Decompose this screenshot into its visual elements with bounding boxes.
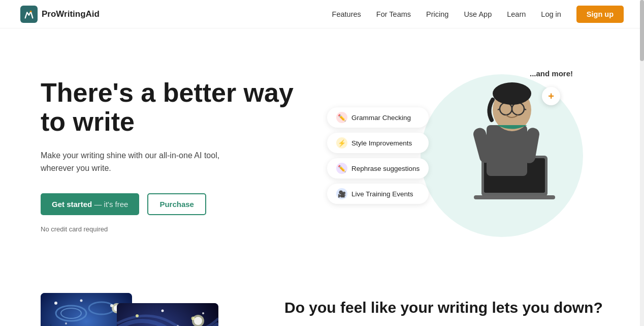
- section2: My idea in my head Do you feel like your…: [0, 273, 644, 326]
- svg-point-11: [493, 82, 531, 105]
- pill-training: 🎥 Live Training Events: [327, 184, 429, 204]
- rephrase-icon: ✏️: [336, 163, 347, 174]
- scrollbar-track[interactable]: [640, 0, 644, 326]
- hero-person-illustration: [441, 54, 563, 227]
- login-button[interactable]: Log in: [541, 10, 561, 18]
- nav-for-teams[interactable]: For Teams: [376, 10, 411, 18]
- navbar: ProWritingAid Features For Teams Pricing…: [0, 0, 644, 28]
- feature-pills: ✏️ Grammar Checking ⚡ Style Improvements…: [327, 107, 429, 204]
- svg-point-19: [80, 300, 83, 302]
- logo-icon: [20, 6, 38, 23]
- hero-buttons: Get started — it's free Purchase: [41, 193, 322, 215]
- section2-left: My idea in my head: [41, 293, 254, 326]
- logo-text: ProWritingAid: [42, 9, 100, 19]
- logo-link[interactable]: ProWritingAid: [20, 6, 100, 23]
- training-icon: 🎥: [336, 188, 347, 199]
- svg-point-0: [30, 10, 32, 12]
- svg-point-22: [65, 322, 67, 324]
- nav-learn[interactable]: Learn: [507, 10, 526, 18]
- get-started-button[interactable]: Get started — it's free: [41, 193, 139, 215]
- svg-point-30: [136, 314, 139, 317]
- style-icon: ⚡: [336, 137, 347, 149]
- plus-badge: +: [542, 87, 560, 105]
- svg-rect-3: [474, 195, 555, 199]
- svg-point-18: [54, 302, 57, 305]
- nav-links: Features For Teams Pricing Use App Learn…: [332, 6, 624, 23]
- pill-training-label: Live Training Events: [351, 190, 413, 198]
- painting-2: My idea in my head: [117, 303, 218, 326]
- svg-point-36: [194, 317, 202, 325]
- purchase-button[interactable]: Purchase: [147, 193, 206, 215]
- svg-rect-4: [487, 125, 527, 176]
- svg-point-31: [162, 310, 164, 312]
- section2-right: Do you feel like your writing lets you d…: [284, 293, 603, 326]
- hero-title: There's a better way to write: [41, 78, 322, 136]
- pill-grammar: ✏️ Grammar Checking: [327, 107, 429, 128]
- section2-title: Do you feel like your writing lets you d…: [284, 298, 603, 317]
- pill-grammar-label: Grammar Checking: [351, 114, 411, 122]
- hero-left: There's a better way to write Make your …: [41, 78, 322, 233]
- pill-rephrase: ✏️ Rephrase suggestions: [327, 158, 429, 179]
- section2-images: My idea in my head: [41, 293, 213, 326]
- nav-pricing[interactable]: Pricing: [426, 10, 448, 18]
- pill-rephrase-label: Rephrase suggestions: [351, 165, 420, 172]
- svg-point-33: [202, 312, 204, 314]
- pill-style: ⚡ Style Improvements: [327, 133, 429, 153]
- hero-section: There's a better way to write Make your …: [0, 28, 644, 273]
- hero-subtitle: Make your writing shine with our all-in-…: [41, 149, 254, 175]
- nav-features[interactable]: Features: [332, 10, 361, 18]
- get-started-sub: — it's free: [94, 200, 128, 209]
- and-more-label: ...and more!: [530, 69, 573, 78]
- scrollbar-thumb[interactable]: [640, 0, 644, 61]
- grammar-icon: ✏️: [336, 112, 347, 123]
- signup-button[interactable]: Sign up: [576, 6, 624, 23]
- hero-right: ...and more! +: [322, 59, 603, 252]
- pill-style-label: Style Improvements: [351, 139, 412, 147]
- nav-use-app[interactable]: Use App: [464, 10, 492, 18]
- get-started-label: Get started: [52, 200, 92, 209]
- no-cc-text: No credit card required: [41, 225, 322, 233]
